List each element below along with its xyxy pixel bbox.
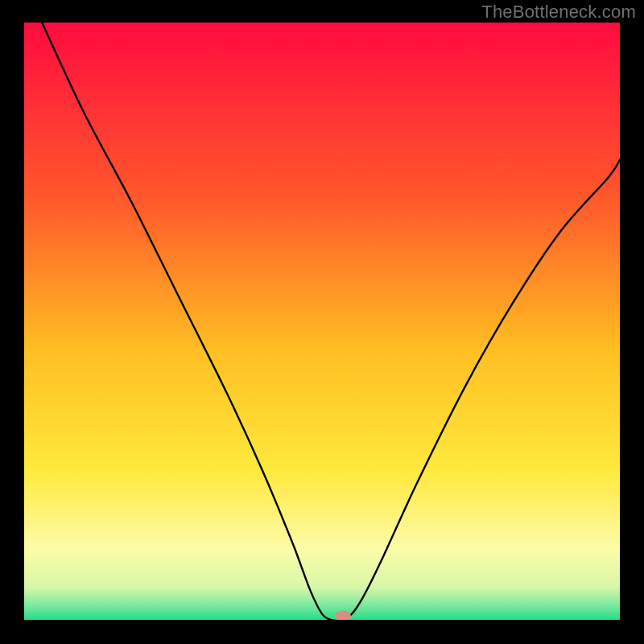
gradient-background — [24, 23, 620, 620]
plot-area — [24, 23, 620, 620]
bottleneck-chart — [24, 23, 620, 620]
chart-frame: TheBottleneck.com — [0, 0, 644, 644]
watermark-text: TheBottleneck.com — [481, 2, 636, 23]
